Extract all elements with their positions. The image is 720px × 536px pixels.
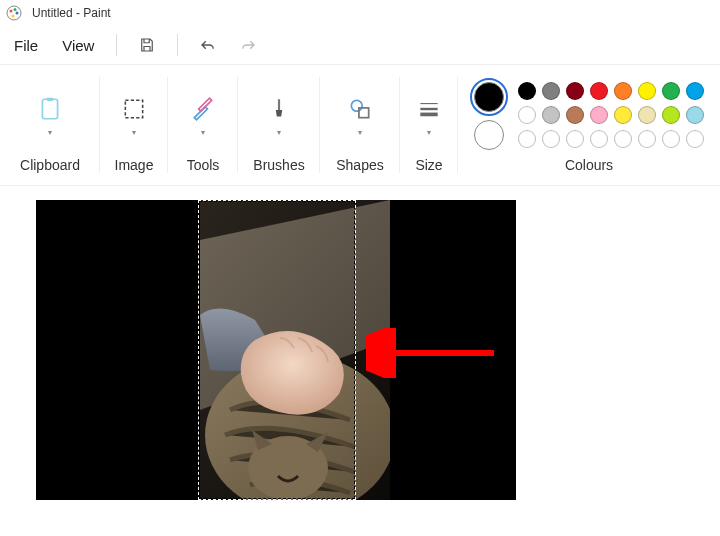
palette-swatch[interactable] (518, 130, 536, 148)
ribbon: ▾ Clipboard ▾ Image ▾ Tools (0, 64, 720, 186)
ribbon-group-shapes: ▾ Shapes (320, 65, 400, 185)
ribbon-label: Tools (187, 157, 220, 177)
separator (177, 34, 178, 56)
save-button[interactable] (133, 31, 161, 59)
shapes-button[interactable]: ▾ (347, 96, 373, 137)
title-bar: Untitled - Paint (0, 0, 720, 26)
ribbon-group-clipboard: ▾ Clipboard (0, 65, 100, 185)
ribbon-label: Size (415, 157, 442, 177)
svg-rect-5 (42, 99, 57, 119)
ribbon-label: Image (115, 157, 154, 177)
ribbon-group-colours: Colours (458, 65, 720, 185)
ribbon-label: Shapes (336, 157, 383, 177)
palette-swatch[interactable] (590, 82, 608, 100)
chevron-down-icon: ▾ (358, 128, 362, 137)
svg-point-0 (7, 6, 21, 20)
ribbon-label: Brushes (253, 157, 304, 177)
svg-point-4 (12, 15, 15, 18)
chevron-down-icon: ▾ (277, 128, 281, 137)
undo-button[interactable] (194, 31, 222, 59)
palette-swatch[interactable] (518, 106, 536, 124)
ribbon-group-tools: ▾ Tools (168, 65, 238, 185)
palette-swatch[interactable] (590, 106, 608, 124)
svg-point-8 (351, 100, 362, 111)
clipboard-icon (37, 96, 63, 122)
paint-app-icon (6, 5, 22, 21)
annotation-arrow (366, 328, 506, 378)
image-select-button[interactable]: ▾ (121, 96, 147, 137)
ribbon-group-image: ▾ Image (100, 65, 168, 185)
svg-rect-7 (125, 100, 142, 117)
palette-swatch[interactable] (590, 130, 608, 148)
svg-point-3 (16, 12, 19, 15)
palette-swatch[interactable] (638, 130, 656, 148)
palette-swatch[interactable] (638, 82, 656, 100)
palette-swatch[interactable] (566, 82, 584, 100)
ribbon-label: Clipboard (20, 157, 80, 177)
colour-primary[interactable] (474, 82, 504, 112)
clipboard-button[interactable]: ▾ (37, 96, 63, 137)
palette-swatch[interactable] (542, 106, 560, 124)
colour-secondary[interactable] (474, 120, 504, 150)
chevron-down-icon: ▾ (201, 128, 205, 137)
palette-swatch[interactable] (566, 106, 584, 124)
shapes-icon (347, 96, 373, 122)
canvas[interactable] (36, 200, 516, 500)
menu-bar: File View (0, 26, 720, 64)
palette-swatch[interactable] (542, 82, 560, 100)
brush-icon (266, 96, 292, 122)
chevron-down-icon: ▾ (427, 128, 431, 137)
palette-swatch[interactable] (662, 82, 680, 100)
brushes-button[interactable]: ▾ (266, 96, 292, 137)
palette-swatch[interactable] (566, 130, 584, 148)
palette-swatch[interactable] (686, 82, 704, 100)
palette-swatch[interactable] (686, 130, 704, 148)
palette-swatch[interactable] (518, 82, 536, 100)
tools-button[interactable]: ▾ (190, 96, 216, 137)
ribbon-label: Colours (565, 157, 613, 177)
svg-point-2 (14, 8, 17, 11)
palette-swatch[interactable] (686, 106, 704, 124)
svg-rect-6 (47, 97, 54, 100)
chevron-down-icon: ▾ (48, 128, 52, 137)
selection-rect-icon (121, 96, 147, 122)
canvas-area (0, 186, 720, 514)
palette-swatch[interactable] (662, 130, 680, 148)
line-weight-icon (416, 96, 442, 122)
menu-file[interactable]: File (8, 33, 44, 58)
palette-swatch[interactable] (638, 106, 656, 124)
palette-swatch[interactable] (542, 130, 560, 148)
menu-view[interactable]: View (56, 33, 100, 58)
svg-point-1 (10, 10, 13, 13)
ribbon-group-brushes: ▾ Brushes (238, 65, 320, 185)
pasted-image (200, 200, 390, 500)
palette-swatch[interactable] (614, 82, 632, 100)
palette-swatch[interactable] (614, 130, 632, 148)
colour-palette (518, 82, 704, 148)
pencil-brush-icon (190, 96, 216, 122)
size-button[interactable]: ▾ (416, 96, 442, 137)
window-title: Untitled - Paint (32, 6, 111, 20)
ribbon-group-size: ▾ Size (400, 65, 458, 185)
palette-swatch[interactable] (662, 106, 680, 124)
palette-swatch[interactable] (614, 106, 632, 124)
chevron-down-icon: ▾ (132, 128, 136, 137)
redo-button[interactable] (234, 31, 262, 59)
separator (116, 34, 117, 56)
